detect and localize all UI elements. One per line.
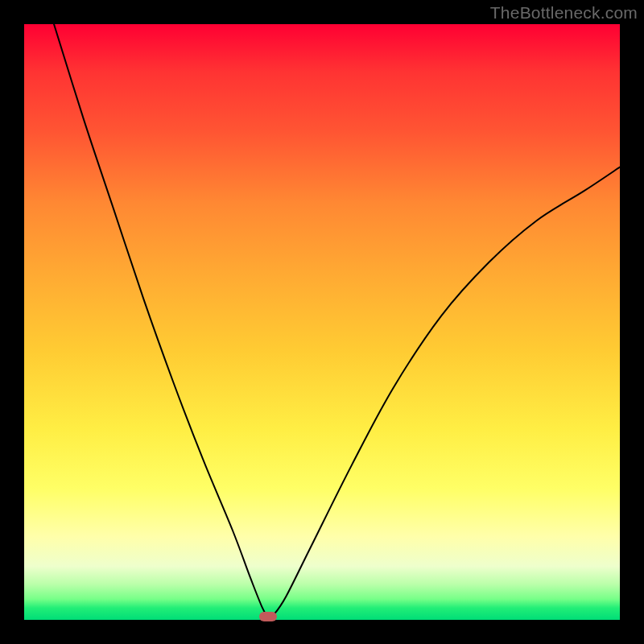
curve-svg bbox=[24, 24, 620, 620]
bottleneck-curve bbox=[54, 24, 620, 617]
watermark-text: TheBottleneck.com bbox=[490, 3, 638, 23]
min-marker bbox=[259, 612, 277, 621]
plot-area bbox=[24, 24, 620, 620]
